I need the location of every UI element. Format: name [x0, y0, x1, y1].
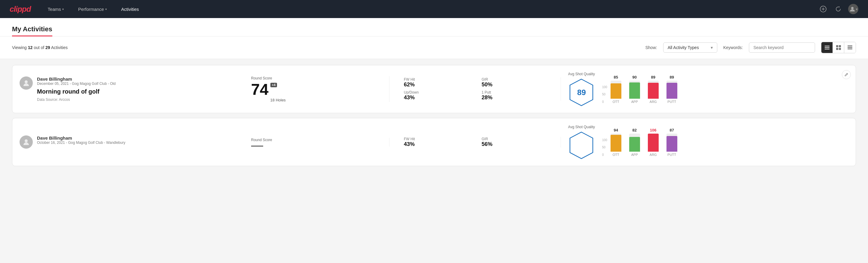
add-button[interactable]: [818, 4, 828, 14]
app-bar-fill: [629, 83, 640, 99]
activity-type-dropdown[interactable]: All Activity Types ▾: [663, 42, 717, 53]
avatar-menu[interactable]: ▾: [848, 4, 858, 14]
refresh-button[interactable]: [833, 4, 843, 14]
svg-rect-4: [825, 46, 830, 46]
hexagon: 89: [569, 79, 593, 106]
view-toggles: [821, 42, 856, 53]
avg-shot-quality-label-2: Avg Shot Quality: [568, 125, 595, 129]
arg-bar-2: 106 ARG: [646, 128, 661, 156]
fw-hit-label: FW Hit: [404, 77, 476, 82]
viewing-count-text: Viewing 12 out of 29 Activities: [12, 45, 640, 50]
app-bar-2: 82 APP: [627, 128, 642, 156]
stats-section-2: FW Hit 43% GIR 56%: [397, 137, 561, 147]
round-score-section-2: Round Score: [251, 138, 390, 147]
ott-bar-fill-2: [611, 135, 621, 152]
card-2-info: Dave Billingham October 16, 2021 - Gog M…: [37, 136, 125, 147]
bar-chart-2: 94 OTT 82 APP: [609, 128, 679, 156]
ott-bar: 85 OTT: [609, 75, 623, 104]
card-info: Dave Billingham December 05, 2021 - Gog …: [37, 77, 116, 102]
grid-view-button[interactable]: [833, 42, 844, 53]
nav-performance[interactable]: Performance ▾: [76, 5, 109, 13]
gir-value: 50%: [482, 82, 553, 88]
hexagon-container-2: [568, 132, 595, 159]
player-name: Dave Billingham: [37, 77, 116, 82]
score-number: 74: [251, 82, 269, 97]
filter-bar: Viewing 12 out of 29 Activities Show: Al…: [0, 36, 868, 59]
stats-section: FW Hit 62% GIR 50% Up/Down 43% 1 Putt 28…: [397, 77, 561, 101]
app-value-2: 82: [632, 128, 637, 133]
gir-value-2: 56%: [482, 141, 553, 147]
putt-value-2: 87: [670, 128, 674, 133]
avg-shot-quality-section-2: Avg Shot Quality 100 50 0: [568, 125, 848, 159]
round-score-label-2: Round Score: [251, 138, 382, 142]
fw-hit-value: 62%: [404, 82, 476, 88]
svg-point-3: [851, 7, 854, 9]
svg-rect-9: [836, 48, 838, 50]
hexagon-2: [569, 132, 593, 159]
score-display: 74 +4 18 Holes: [251, 82, 382, 102]
card-left-section: Dave Billingham December 05, 2021 - Gog …: [20, 77, 244, 102]
activities-list: Dave Billingham December 05, 2021 - Gog …: [0, 59, 868, 177]
page-header: My Activities: [0, 18, 868, 36]
keywords-label: Keywords:: [723, 45, 743, 50]
app-bar-wrapper: [629, 81, 640, 99]
stats-grid-2: FW Hit 43% GIR 56%: [404, 137, 553, 147]
nav-activities[interactable]: Activities: [119, 5, 142, 13]
ott-bar-fill: [611, 83, 621, 99]
score-holes: 18 Holes: [270, 98, 286, 102]
svg-rect-6: [825, 49, 830, 49]
hexagon-container: 89: [568, 79, 595, 106]
arg-value-2: 106: [650, 128, 657, 133]
viewing-suffix: Activities: [50, 45, 68, 50]
putt-bar-fill-2: [666, 136, 677, 152]
axis-100: 100: [602, 85, 607, 89]
nav-icons: ▾: [818, 4, 858, 14]
svg-rect-7: [836, 45, 838, 47]
chart-y-axis: 100 50 0: [602, 85, 609, 104]
arg-label: ARG: [650, 100, 657, 104]
avg-shot-quality-section: Avg Shot Quality 89 100 50 0: [568, 72, 848, 106]
card-2-date-location: October 16, 2021 - Gog Magog Golf Club -…: [37, 141, 125, 145]
edit-button[interactable]: [842, 70, 851, 79]
nav-teams[interactable]: Teams ▾: [45, 5, 66, 13]
activity-card-2: Dave Billingham October 16, 2021 - Gog M…: [12, 118, 856, 166]
svg-point-17: [25, 139, 28, 142]
keyword-search-input[interactable]: [749, 42, 815, 53]
ott-value-2: 94: [614, 128, 618, 133]
chart-y-axis-2: 100 50 0: [602, 139, 609, 156]
logo: clippd: [10, 4, 31, 14]
avatar-2: [20, 136, 33, 149]
putt-bar-wrapper: [666, 81, 677, 99]
ott-bar-wrapper-2: [611, 134, 621, 152]
dropdown-chevron-icon: ▾: [711, 45, 713, 50]
gir-label: GIR: [482, 77, 553, 82]
putt-label-2: PUTT: [668, 153, 676, 156]
nav-teams-label: Teams: [48, 7, 61, 12]
gir-label-2: GIR: [482, 137, 553, 141]
svg-marker-18: [570, 132, 593, 158]
nav-activities-label: Activities: [121, 7, 139, 12]
putt-bar-fill: [666, 83, 677, 99]
svg-rect-11: [847, 46, 852, 46]
gir-stat-2: GIR 56%: [482, 137, 553, 147]
arg-bar-fill: [648, 83, 659, 99]
list-detailed-view-button[interactable]: [844, 42, 856, 53]
svg-line-16: [847, 74, 847, 74]
viewing-number: 12: [28, 45, 33, 50]
quality-left-2: Avg Shot Quality: [568, 125, 595, 159]
arg-bar-fill-2: [648, 134, 659, 152]
card-date-location: December 05, 2021 - Gog Magog Golf Club …: [37, 82, 116, 86]
app-bar-fill-2: [629, 137, 640, 152]
app-label-2: APP: [631, 153, 638, 156]
list-compact-view-button[interactable]: [822, 42, 833, 53]
axis-50-2: 50: [602, 146, 607, 149]
gir-stat: GIR 50%: [482, 77, 553, 88]
nav-performance-label: Performance: [78, 7, 104, 12]
player-name-2: Dave Billingham: [37, 136, 125, 141]
svg-rect-5: [825, 47, 830, 48]
stats-grid: FW Hit 62% GIR 50% Up/Down 43% 1 Putt 28…: [404, 77, 553, 101]
card-2-left-section: Dave Billingham October 16, 2021 - Gog M…: [20, 136, 244, 149]
show-label: Show:: [645, 45, 657, 50]
activity-type-value: All Activity Types: [668, 45, 699, 50]
fw-hit-value-2: 43%: [404, 141, 476, 147]
